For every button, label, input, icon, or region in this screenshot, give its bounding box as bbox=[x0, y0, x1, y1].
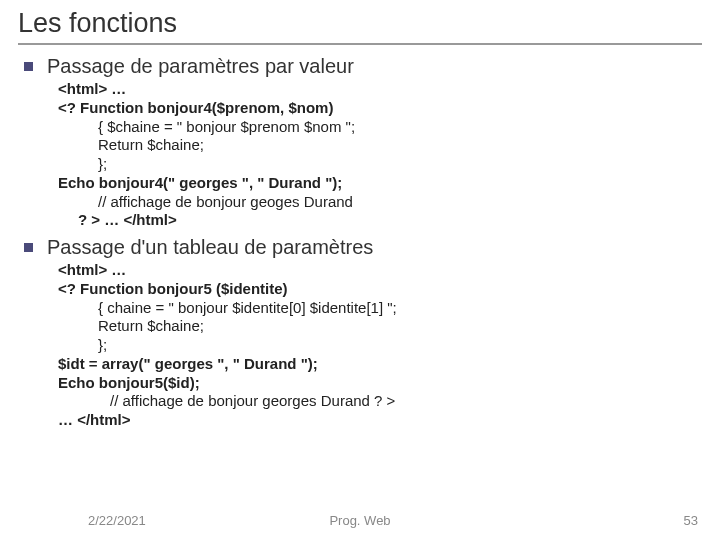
code-line: Echo bonjour5($id); bbox=[58, 374, 702, 393]
code-line: <html> … bbox=[58, 80, 702, 99]
code-line: … </html> bbox=[58, 411, 702, 430]
code-line: }; bbox=[98, 336, 702, 355]
section1-heading: Passage de paramètres par valeur bbox=[47, 55, 354, 78]
code-line: Return $chaine; bbox=[98, 136, 702, 155]
code-line: <? Function bonjour5 ($identite) bbox=[58, 280, 702, 299]
code-line: // affichage de bonjour georges Durand ?… bbox=[110, 392, 702, 411]
footer-center: Prog. Web bbox=[329, 513, 390, 528]
slide-title: Les fonctions bbox=[18, 8, 702, 45]
slide-footer: 2/22/2021 Prog. Web 53 bbox=[0, 513, 720, 528]
code-line: <html> … bbox=[58, 261, 702, 280]
square-bullet-icon bbox=[24, 62, 33, 71]
section1-code: <html> … <? Function bonjour4($prenom, $… bbox=[58, 80, 702, 230]
footer-date: 2/22/2021 bbox=[88, 513, 146, 528]
code-line: Return $chaine; bbox=[98, 317, 702, 336]
section2-heading: Passage d'un tableau de paramètres bbox=[47, 236, 373, 259]
bullet-item-1: Passage de paramètres par valeur bbox=[18, 55, 702, 78]
code-line: { $chaine = " bonjour $prenom $nom "; bbox=[98, 118, 702, 137]
footer-page-number: 53 bbox=[684, 513, 698, 528]
section2-code: <html> … <? Function bonjour5 ($identite… bbox=[58, 261, 702, 430]
code-line: $idt = array(" georges ", " Durand "); bbox=[58, 355, 702, 374]
code-line: ? > … </html> bbox=[78, 211, 702, 230]
bullet-item-2: Passage d'un tableau de paramètres bbox=[18, 236, 702, 259]
square-bullet-icon bbox=[24, 243, 33, 252]
code-line: Echo bonjour4(" georges ", " Durand "); bbox=[58, 174, 702, 193]
code-line: <? Function bonjour4($prenom, $nom) bbox=[58, 99, 702, 118]
code-line: // affichage de bonjour geoges Durand bbox=[98, 193, 702, 212]
code-line: }; bbox=[98, 155, 702, 174]
code-line: { chaine = " bonjour $identite[0] $ident… bbox=[98, 299, 702, 318]
